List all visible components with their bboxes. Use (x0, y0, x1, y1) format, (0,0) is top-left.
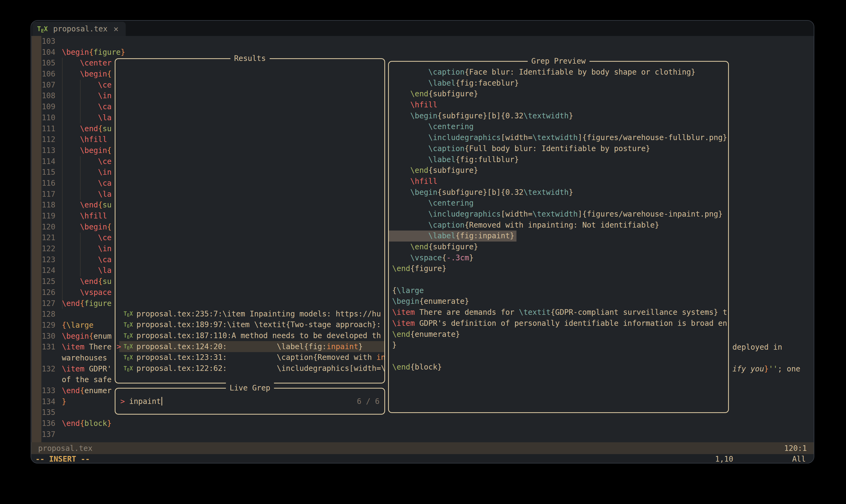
line-number: 131 (31, 342, 55, 353)
line-number: 118 (31, 200, 55, 211)
code-text: \begin{ (62, 145, 111, 156)
line-number: 116 (31, 178, 55, 189)
preview-line: {\large (392, 285, 727, 296)
line-number: 119 (31, 211, 55, 222)
line-number: 120 (31, 222, 55, 233)
tab-close-icon[interactable]: × (113, 25, 118, 33)
line-number: 136 (31, 418, 55, 429)
code-text: \la (62, 189, 111, 200)
line-number: 106 (31, 69, 55, 80)
preview-line: \end{subfigure} (392, 89, 727, 100)
line-number: 130 (31, 331, 55, 342)
line-number: 126 (31, 287, 55, 298)
line-number: 114 (31, 156, 55, 167)
cmdline: -- INSERT -- 1,10 All (31, 454, 814, 464)
preview-title: Grep Preview (528, 56, 589, 67)
code-text: \ca (62, 102, 111, 112)
line-number: 123 (31, 254, 55, 266)
tex-file-icon: TEX (123, 332, 134, 339)
preview-line: \vspace{-.3cm} (392, 253, 727, 264)
result-row[interactable]: TEXproposal.tex:187:110:A method needs t… (116, 330, 384, 341)
line-number: 103 (31, 36, 55, 47)
result-text: proposal.tex:187:110:A method needs to b… (136, 331, 381, 340)
code-line[interactable]: 136\end{block} (31, 418, 814, 429)
preview-line: \begin{subfigure}[b]{0.32\textwidth} (392, 111, 727, 122)
indent-guide (80, 156, 81, 200)
line-number: 127 (31, 298, 55, 309)
code-text: \hfill (62, 211, 107, 222)
line-number (31, 374, 55, 385)
indent-guide (80, 80, 81, 123)
code-text: \begin{figure} (62, 47, 125, 58)
line-number: 108 (31, 90, 55, 102)
tab-label: proposal.tex (53, 24, 107, 33)
code-text: \ce (62, 80, 111, 91)
tex-file-icon: TEX (37, 25, 49, 33)
grep-query-input[interactable]: > inpaint 6 / 6 (116, 389, 384, 414)
preview-line: \end{enumerate} (392, 329, 727, 340)
preview-line: \end{subfigure} (392, 241, 727, 253)
preview-line: \includegraphics[width=\textwidth]{figur… (392, 132, 727, 143)
code-text: } (62, 396, 66, 408)
line-number: 104 (31, 47, 55, 58)
results-window: Results TEXproposal.tex:235:7:\item Inpa… (115, 58, 385, 383)
result-row[interactable]: TEXproposal.tex:122:62: \includegraphics… (116, 363, 384, 374)
code-text: \hfill (62, 134, 107, 145)
preview-line: \centering (392, 198, 727, 209)
code-text: of the safe (62, 374, 111, 385)
code-text: \center (62, 58, 111, 69)
preview-line: \centering (392, 121, 727, 132)
result-row[interactable]: TEXproposal.tex:235:7:\item Inpainting m… (116, 308, 384, 319)
result-row[interactable]: >TEXproposal.tex:124:20: \label{fig:inpa… (116, 341, 384, 352)
tex-file-icon: TEX (123, 354, 134, 361)
line-number: 132 (31, 364, 55, 375)
result-text: proposal.tex:123:31: \caption{Removed wi… (136, 353, 384, 362)
result-text: proposal.tex:122:62: \includegraphics[wi… (136, 364, 384, 373)
line-number: 110 (31, 112, 55, 123)
statusline: proposal.tex 120:1 (31, 442, 814, 454)
code-text: \in (62, 167, 111, 178)
preview-window: Grep Preview \caption{Face blur: Identif… (388, 61, 729, 413)
preview-line: \begin{enumerate} (392, 296, 727, 307)
result-row[interactable]: TEXproposal.tex:123:31: \caption{Removed… (116, 352, 384, 363)
prompt-arrow-icon: > (120, 397, 125, 406)
preview-line (392, 351, 727, 362)
result-text: proposal.tex:189:97:\item \textit{Two-st… (136, 320, 381, 329)
preview-line: \caption{Removed with inpainting: Not id… (392, 220, 727, 231)
code-text: \ce (62, 156, 111, 167)
code-text: \la (62, 265, 111, 276)
tab-bar: TEX proposal.tex × (31, 21, 814, 36)
tex-file-icon: TEX (123, 343, 134, 350)
tab-proposal-tex[interactable]: TEX proposal.tex × (32, 22, 126, 36)
code-text: {\large (62, 320, 93, 331)
line-number: 109 (31, 102, 55, 112)
line-number: 121 (31, 232, 55, 244)
code-text: \end{su (62, 276, 111, 287)
preview-line: \label{fig:fullblur} (392, 154, 727, 165)
line-number: 105 (31, 58, 55, 69)
line-number: 115 (31, 167, 55, 178)
code-text: \item There (62, 342, 111, 353)
preview-line: } (392, 340, 727, 351)
code-text: warehouses (62, 353, 107, 364)
code-line[interactable]: 137 (31, 429, 814, 440)
grep-query-text: inpaint (129, 397, 161, 406)
mode-indicator: -- INSERT -- (35, 455, 90, 464)
preview-line: \item There are demands for \textit{GDPR… (392, 307, 727, 318)
result-row[interactable]: TEXproposal.tex:189:97:\item \textit{Two… (116, 319, 384, 330)
code-text: \end{su (62, 200, 111, 211)
code-text: \in (62, 244, 111, 254)
preview-line (392, 274, 727, 285)
result-text: proposal.tex:124:20: \label{fig:inpaint} (136, 342, 363, 351)
code-text: \begin{enum (62, 331, 111, 342)
result-text: proposal.tex:235:7:\item Inpainting mode… (136, 309, 381, 318)
code-line[interactable]: 104\begin{figure} (31, 47, 814, 58)
buffer-fragment: deployed in (732, 342, 782, 353)
line-number: 124 (31, 265, 55, 276)
code-line[interactable]: 103 (31, 36, 814, 47)
code-text: \la (62, 112, 111, 123)
scroll-indicator: All (792, 455, 806, 464)
preview-line: \caption{Face blur: Identifiable by body… (392, 67, 727, 78)
line-number: 134 (31, 396, 55, 408)
code-text: \end{block} (62, 418, 111, 429)
